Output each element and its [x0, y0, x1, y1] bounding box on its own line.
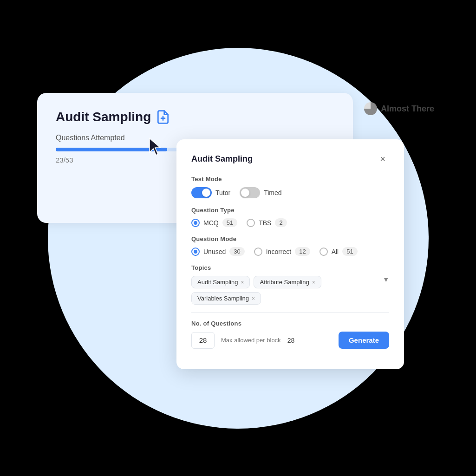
topic-tag-variables-sampling[interactable]: Variables Sampling ×	[191, 292, 261, 305]
tutor-toggle-knob	[202, 189, 210, 197]
test-mode-label: Test Mode	[191, 176, 389, 183]
tbs-count: 2	[275, 218, 287, 227]
question-mode-section: Question Mode Unused 30 Incorrect 12 All…	[191, 235, 389, 256]
tbs-radio-circle	[247, 219, 255, 227]
all-radio[interactable]: All 51	[320, 247, 358, 256]
mcq-radio-circle	[191, 219, 200, 227]
test-mode-section: Test Mode Tutor Timed	[191, 176, 389, 198]
topics-label: Topics	[191, 264, 389, 271]
tutor-toggle[interactable]	[191, 187, 212, 198]
modal-close-button[interactable]: ×	[376, 152, 389, 165]
num-questions-input[interactable]	[191, 332, 215, 349]
topics-section: Topics Audit Sampling × Attribute Sampli…	[191, 264, 389, 305]
unused-radio-circle	[191, 248, 200, 256]
num-questions-section: No. of Questions Max allowed per block 2…	[191, 320, 389, 349]
cursor	[148, 137, 163, 156]
modal-title: Audit Sampling	[191, 154, 253, 164]
topic-tag-audit-sampling-close[interactable]: ×	[241, 279, 244, 286]
tbs-label: TBS	[259, 219, 271, 227]
question-mode-row: Unused 30 Incorrect 12 All 51	[191, 247, 389, 256]
question-type-section: Question Type MCQ 51 TBS 2	[191, 207, 389, 227]
topics-row: Audit Sampling × Attribute Sampling × ▼ …	[191, 276, 389, 305]
timed-toggle-knob	[241, 189, 249, 197]
test-mode-row: Tutor Timed	[191, 187, 389, 198]
question-type-row: MCQ 51 TBS 2	[191, 218, 389, 227]
all-label: All	[332, 248, 339, 255]
tutor-toggle-wrap[interactable]: Tutor	[191, 187, 230, 198]
topic-tag-attribute-sampling[interactable]: Attribute Sampling ×	[254, 276, 321, 288]
progress-pie-icon	[364, 102, 377, 115]
topic-tag-attribute-sampling-close[interactable]: ×	[312, 279, 315, 286]
timed-toggle[interactable]	[240, 187, 260, 198]
max-allowed-label: Max allowed per block	[221, 337, 281, 344]
mcq-count: 51	[222, 218, 237, 227]
topics-dropdown-arrow[interactable]: ▼	[383, 276, 389, 283]
divider	[191, 312, 389, 313]
topic-tag-attribute-sampling-text: Attribute Sampling	[260, 279, 309, 286]
incorrect-radio[interactable]: Incorrect 12	[254, 247, 310, 256]
timed-label: Timed	[264, 189, 281, 196]
background-card-title: Audit Sampling	[56, 110, 334, 124]
timed-toggle-wrap[interactable]: Timed	[240, 187, 281, 198]
question-mode-label: Question Mode	[191, 235, 389, 242]
scene: Audit Sampling Questions Attempted 23/53…	[0, 0, 476, 476]
mcq-radio[interactable]: MCQ 51	[191, 218, 237, 227]
modal-dialog: Audit Sampling × Test Mode Tutor Timed	[176, 139, 404, 369]
all-radio-circle	[320, 248, 328, 256]
generate-button[interactable]: Generate	[339, 332, 389, 349]
modal-header: Audit Sampling ×	[191, 152, 389, 165]
num-questions-label: No. of Questions	[191, 320, 389, 327]
incorrect-label: Incorrect	[266, 248, 291, 255]
unused-radio[interactable]: Unused 30	[191, 247, 245, 256]
question-type-label: Question Type	[191, 207, 389, 214]
unused-label: Unused	[203, 248, 226, 255]
tutor-label: Tutor	[215, 189, 230, 196]
all-count: 51	[342, 247, 357, 256]
unused-count: 30	[229, 247, 244, 256]
max-allowed-value: 28	[287, 337, 295, 344]
mcq-label: MCQ	[203, 219, 219, 227]
topic-tag-variables-sampling-close[interactable]: ×	[252, 295, 255, 302]
document-plus-icon	[156, 110, 170, 124]
almost-there-badge: Almost There	[364, 102, 434, 115]
topic-tag-audit-sampling-text: Audit Sampling	[197, 279, 238, 286]
incorrect-count: 12	[295, 247, 310, 256]
incorrect-radio-circle	[254, 248, 262, 256]
num-questions-row: Max allowed per block 28 Generate	[191, 332, 389, 349]
topic-tag-variables-sampling-text: Variables Sampling	[197, 295, 249, 302]
tbs-radio[interactable]: TBS 2	[247, 218, 287, 227]
topic-tag-audit-sampling[interactable]: Audit Sampling ×	[191, 276, 250, 288]
